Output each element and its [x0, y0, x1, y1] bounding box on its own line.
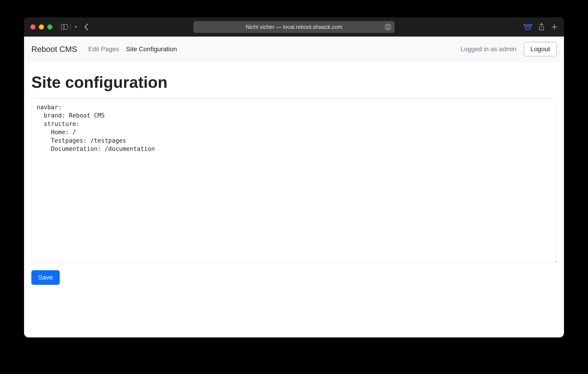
sidebar-toggle[interactable] — [61, 24, 77, 30]
titlebar-right — [524, 23, 557, 31]
chevron-down-icon — [74, 26, 77, 28]
address-bar[interactable]: Nicht sicher — local.reboot.shaack.com •… — [193, 21, 395, 33]
browser-window: Nicht sicher — local.reboot.shaack.com •… — [24, 17, 564, 337]
navbar-nav: Edit Pages Site Configuration — [88, 45, 177, 53]
navbar-right: Logged in as admin Logout — [461, 42, 557, 56]
save-button[interactable]: Save — [31, 270, 60, 285]
minimize-window-button[interactable] — [39, 24, 44, 30]
nav-link-edit-pages[interactable]: Edit Pages — [88, 45, 119, 53]
page-content: Site configuration Save — [24, 62, 564, 337]
logout-button[interactable]: Logout — [524, 42, 557, 56]
config-textarea[interactable] — [31, 98, 557, 263]
divider — [70, 24, 71, 30]
app-navbar: Reboot CMS Edit Pages Site Configuration… — [24, 37, 564, 62]
new-tab-button[interactable] — [551, 24, 557, 30]
share-icon[interactable] — [538, 23, 545, 31]
back-button[interactable] — [84, 23, 89, 31]
browser-titlebar: Nicht sicher — local.reboot.shaack.com •… — [24, 17, 564, 37]
nav-link-site-configuration[interactable]: Site Configuration — [126, 45, 177, 53]
navbar-brand[interactable]: Reboot CMS — [31, 45, 77, 54]
svg-point-0 — [525, 24, 527, 27]
close-window-button[interactable] — [31, 24, 35, 30]
login-status: Logged in as admin — [461, 45, 516, 53]
address-bar-text: Nicht sicher — local.reboot.shaack.com — [246, 24, 342, 30]
svg-point-1 — [528, 24, 531, 27]
address-more-button[interactable]: ••• — [385, 24, 391, 30]
window-controls — [31, 24, 52, 30]
maximize-window-button[interactable] — [47, 24, 52, 30]
page-title: Site configuration — [31, 73, 557, 91]
sidebar-icon — [61, 24, 68, 30]
privacy-report-icon[interactable] — [524, 23, 532, 31]
